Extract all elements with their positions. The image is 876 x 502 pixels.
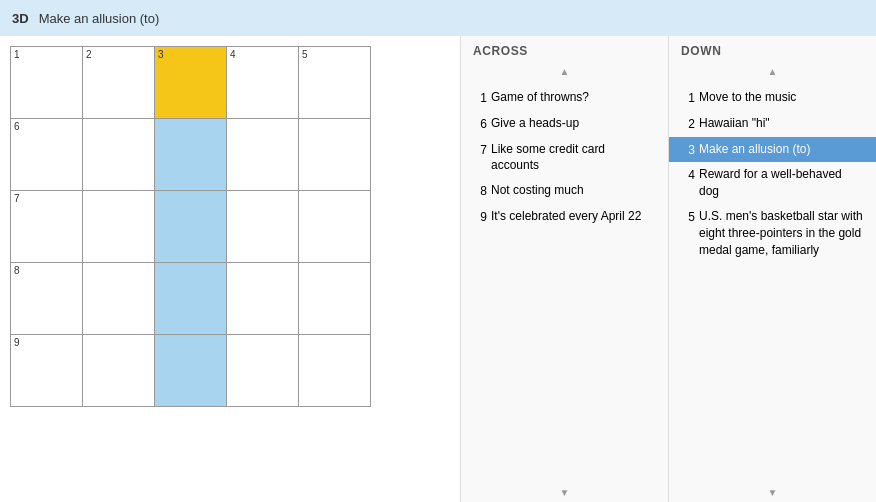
across-scroll-down[interactable]: ▼ — [461, 483, 668, 502]
grid-cell-active[interactable]: 3 — [155, 47, 227, 119]
across-scroll-up[interactable]: ▲ — [461, 62, 668, 81]
clue-number-d5: 5 — [677, 208, 695, 226]
cell-number: 5 — [302, 49, 308, 60]
clue-text-d2: Hawaiian "hi" — [699, 115, 770, 132]
clue-number-7: 7 — [469, 141, 487, 159]
grid-cell[interactable]: 2 — [83, 47, 155, 119]
grid-cell-highlighted[interactable] — [155, 335, 227, 407]
down-clue-3-active[interactable]: 3 Make an allusion (to) — [669, 137, 876, 163]
down-clue-list[interactable]: 1 Move to the music 2 Hawaiian "hi" 3 Ma… — [669, 81, 876, 483]
grid-row: 8 — [11, 263, 371, 335]
down-clue-1[interactable]: 1 Move to the music — [669, 85, 876, 111]
across-clue-9[interactable]: 9 It's celebrated every April 22 — [461, 204, 668, 230]
grid-cell[interactable]: 1 — [11, 47, 83, 119]
down-header: DOWN — [669, 36, 876, 62]
clue-number-d3: 3 — [677, 141, 695, 159]
clue-number-8: 8 — [469, 182, 487, 200]
across-clue-7[interactable]: 7 Like some credit card accounts — [461, 137, 668, 179]
grid-cell[interactable] — [299, 335, 371, 407]
grid-cell[interactable] — [299, 263, 371, 335]
down-scroll-down[interactable]: ▼ — [669, 483, 876, 502]
clue-text-9: It's celebrated every April 22 — [491, 208, 641, 225]
across-header: ACROSS — [461, 36, 668, 62]
cell-number: 8 — [14, 265, 20, 276]
grid-cell[interactable] — [83, 191, 155, 263]
clue-text-8: Not costing much — [491, 182, 584, 199]
grid-cell[interactable] — [227, 335, 299, 407]
active-clue-number: 3D — [12, 11, 29, 26]
grid-cell[interactable] — [83, 335, 155, 407]
down-panel: DOWN ▲ 1 Move to the music 2 Hawaiian "h… — [669, 36, 876, 502]
crossword-grid-area: 1 2 3 4 5 6 — [0, 36, 460, 502]
down-scroll-up[interactable]: ▲ — [669, 62, 876, 81]
clue-text-d5: U.S. men's basketball star with eight th… — [699, 208, 864, 258]
clue-number-d4: 4 — [677, 166, 695, 184]
clue-header: 3D Make an allusion (to) — [0, 0, 876, 36]
down-clue-2[interactable]: 2 Hawaiian "hi" — [669, 111, 876, 137]
grid-cell[interactable] — [227, 119, 299, 191]
clue-text-1: Game of throwns? — [491, 89, 589, 106]
across-clue-8[interactable]: 8 Not costing much — [461, 178, 668, 204]
clue-text-6: Give a heads-up — [491, 115, 579, 132]
grid-cell-highlighted[interactable] — [155, 191, 227, 263]
grid-row: 9 — [11, 335, 371, 407]
clue-number-1: 1 — [469, 89, 487, 107]
grid-row: 6 — [11, 119, 371, 191]
across-clue-1[interactable]: 1 Game of throwns? — [461, 85, 668, 111]
clue-number-9: 9 — [469, 208, 487, 226]
grid-row: 7 — [11, 191, 371, 263]
down-clue-4[interactable]: 4 Reward for a well-behaved dog — [669, 162, 876, 204]
grid-cell[interactable] — [299, 191, 371, 263]
across-clue-6[interactable]: 6 Give a heads-up — [461, 111, 668, 137]
grid-cell[interactable] — [83, 119, 155, 191]
cell-number: 9 — [14, 337, 20, 348]
clue-number-d2: 2 — [677, 115, 695, 133]
cell-number: 1 — [14, 49, 20, 60]
grid-cell[interactable]: 4 — [227, 47, 299, 119]
grid-cell[interactable]: 8 — [11, 263, 83, 335]
grid-cell[interactable] — [299, 119, 371, 191]
cell-number: 7 — [14, 193, 20, 204]
across-panel: ACROSS ▲ 1 Game of throwns? 6 Give a hea… — [461, 36, 669, 502]
clue-text-d1: Move to the music — [699, 89, 796, 106]
across-clue-list[interactable]: 1 Game of throwns? 6 Give a heads-up 7 L… — [461, 81, 668, 483]
down-clue-5[interactable]: 5 U.S. men's basketball star with eight … — [669, 204, 876, 262]
clue-number-6: 6 — [469, 115, 487, 133]
cell-number: 2 — [86, 49, 92, 60]
grid-cell[interactable]: 5 — [299, 47, 371, 119]
clue-text-d3: Make an allusion (to) — [699, 141, 810, 158]
grid-cell[interactable]: 9 — [11, 335, 83, 407]
grid-row: 1 2 3 4 5 — [11, 47, 371, 119]
grid-cell[interactable]: 6 — [11, 119, 83, 191]
cell-number: 6 — [14, 121, 20, 132]
clue-number-d1: 1 — [677, 89, 695, 107]
main-area: 1 2 3 4 5 6 — [0, 36, 876, 502]
cell-number: 4 — [230, 49, 236, 60]
grid-cell[interactable] — [227, 191, 299, 263]
cell-number: 3 — [158, 49, 164, 60]
crossword-grid: 1 2 3 4 5 6 — [10, 46, 371, 407]
clue-text-7: Like some credit card accounts — [491, 141, 656, 175]
grid-cell[interactable] — [227, 263, 299, 335]
grid-cell-highlighted[interactable] — [155, 119, 227, 191]
clue-text-d4: Reward for a well-behaved dog — [699, 166, 864, 200]
grid-cell-highlighted[interactable] — [155, 263, 227, 335]
active-clue-text: Make an allusion (to) — [39, 11, 160, 26]
clue-panels: ACROSS ▲ 1 Game of throwns? 6 Give a hea… — [460, 36, 876, 502]
grid-cell[interactable] — [83, 263, 155, 335]
grid-cell[interactable]: 7 — [11, 191, 83, 263]
